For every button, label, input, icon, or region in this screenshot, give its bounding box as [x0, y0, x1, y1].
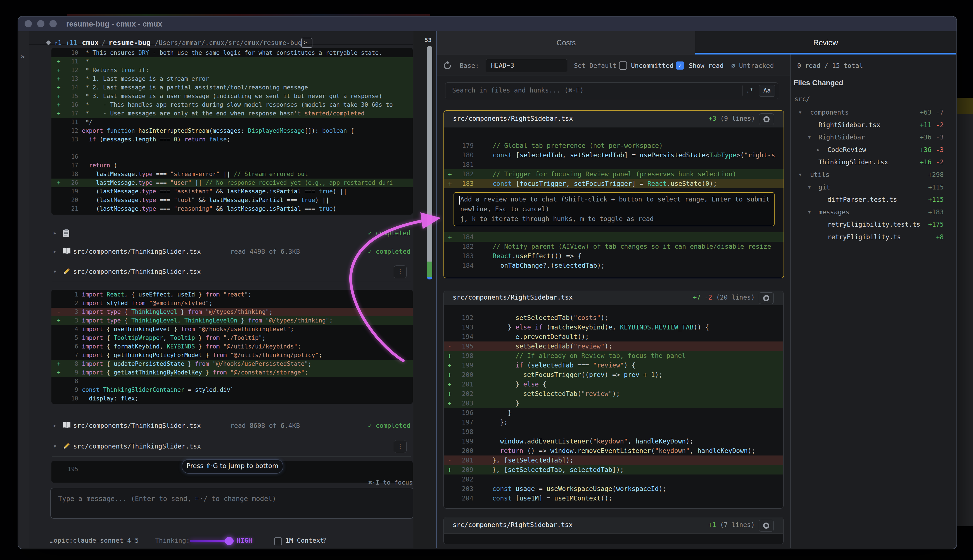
folder-row[interactable]: ▼utils+298	[790, 169, 944, 180]
regex-toggle-button[interactable]: .*	[743, 85, 757, 95]
tool-call-row[interactable]: ▼ src/components/ThinkingSlider.tsx ⋮	[52, 265, 413, 278]
uncommitted-checkbox[interactable]	[619, 62, 627, 70]
diff-line-add[interactable]: +199 if (selectedTab === "review") {	[444, 360, 783, 370]
review-note-input[interactable]: Add a review note to chat (Shift-click +…	[453, 192, 775, 227]
tool-call-row[interactable]: ▶ ✓ completed	[52, 227, 413, 239]
diff-hunk-card-selected: src/components/RightSidebar.tsx +3 (9 li…	[443, 110, 784, 278]
tool-call-row[interactable]: ▼ src/components/ThinkingSlider.tsx ⋮	[52, 440, 413, 452]
file-row[interactable]: RightSidebar.tsx+11-2	[790, 119, 944, 130]
model-selector[interactable]: …opic:claude-sonnet-4-5	[50, 537, 139, 544]
mark-read-button[interactable]	[759, 292, 774, 304]
context-1m-checkbox[interactable]	[274, 537, 282, 545]
diff-line-sel[interactable]: +183 const [focusTrigger, setFocusTrigge…	[444, 179, 783, 188]
change-counts: +16-2	[920, 157, 944, 168]
folder-row[interactable]: ▼components+63-7	[790, 107, 944, 118]
project-name: cmux	[82, 38, 98, 47]
diff-line-add[interactable]: +209 }, [setSelectedTab, selectedTab]);	[444, 465, 783, 475]
mark-read-button[interactable]	[759, 113, 774, 125]
file-row[interactable]: diffParser.test.ts+115	[790, 194, 944, 205]
uncommitted-label[interactable]: Uncommitted	[631, 62, 673, 69]
tab-costs[interactable]: Costs	[437, 31, 695, 55]
diff-line-ctx[interactable]: 179 // Global tab preference (not per-wo…	[444, 141, 783, 150]
case-toggle-button[interactable]: Aa	[759, 85, 775, 97]
diff-line-ctx[interactable]: 202	[444, 475, 783, 484]
files-tree: ▼components+63-7RightSidebar.tsx+11-2▼Ri…	[790, 106, 956, 262]
base-ref-input[interactable]: HEAD~3	[486, 59, 567, 72]
diff-line-ctx[interactable]: 204 const [use1M] = use1MContext();	[444, 493, 783, 503]
added-count: +3	[709, 115, 716, 122]
divider	[791, 105, 956, 105]
sidebar-expand-button[interactable]: »	[20, 52, 25, 61]
file-row[interactable]: ThinkingSlider.tsx+16-2	[790, 157, 944, 168]
diff-line-ctx[interactable]: 196 }	[444, 408, 783, 417]
zoom-button[interactable]	[50, 20, 57, 27]
scrollbar-thumb[interactable]	[427, 46, 432, 262]
tool-call-row[interactable]: ▶ src/components/ThinkingSlider.tsx read…	[52, 245, 413, 258]
tab-review[interactable]: Review	[695, 31, 956, 54]
diff-line-add[interactable]: +184	[444, 232, 783, 242]
kebab-menu-button[interactable]: ⋮	[394, 265, 407, 278]
file-name: RightSidebar	[818, 132, 865, 143]
diff-line-ctx[interactable]: 192 setSelectedTab("costs");	[444, 313, 783, 322]
diff-line-ctx: 1import React, { useEffect, useId } from…	[52, 290, 413, 299]
tool-call-row[interactable]: ▶ src/components/ThinkingSlider.tsx read…	[52, 420, 413, 432]
set-default-button[interactable]: Set Default	[574, 62, 616, 69]
diff-line-ctx[interactable]: 180 const [selectedTab, setSelectedTab] …	[444, 150, 783, 160]
diff-line-add[interactable]: +201 } else {	[444, 380, 783, 389]
tool-file-label: src/components/ThinkingSlider.tsx	[73, 245, 201, 258]
diff-line-ctx: 17 return (	[52, 161, 413, 170]
message-input[interactable]: Type a message... (Enter to send, ⌘·/ to…	[50, 488, 414, 518]
file-row[interactable]: retryEligibility.ts+8	[790, 232, 944, 243]
refresh-icon[interactable]	[443, 61, 452, 70]
folder-row[interactable]: ▼git+115	[790, 182, 944, 193]
diff-line-ctx[interactable]: 198	[444, 427, 783, 437]
hunk-header[interactable]: src/components/RightSidebar.tsx +1 (7 li…	[444, 517, 783, 534]
diff-line-ctx[interactable]: 194 e.preventDefault();	[444, 332, 783, 342]
show-read-label[interactable]: Show read	[689, 62, 724, 69]
diff-line-ctx[interactable]: 203 const usage = useWorkspaceUsage(work…	[444, 484, 783, 493]
diff-line-ctx[interactable]: 183 React.useEffect(() => {	[444, 251, 783, 261]
diff-line-ctx[interactable]: 197 };	[444, 417, 783, 427]
hunk-header[interactable]: src/components/RightSidebar.tsx +7 -2 (2…	[444, 291, 783, 305]
thinking-slider-knob[interactable]	[225, 537, 233, 545]
files-root-path[interactable]: src/	[795, 95, 810, 103]
diff-line-add[interactable]: +198 // If already on Review tab, focus …	[444, 351, 783, 360]
mark-read-button[interactable]	[759, 520, 774, 532]
diff-line-add[interactable]: +200 setFocusTrigger((prev) => prev + 1)…	[444, 370, 783, 380]
diff-line-add[interactable]: +203 }	[444, 398, 783, 408]
diff-line-ctx[interactable]: 181	[444, 160, 783, 169]
hunk-header[interactable]: src/components/RightSidebar.tsx +3 (9 li…	[444, 111, 783, 127]
focus-hint: ⌘·I to focus	[329, 479, 413, 486]
terminal-icon[interactable]: >_	[301, 38, 312, 48]
diff-line-ctx: 7import { getThinkingPolicyForModel } fr…	[52, 351, 413, 360]
pencil-icon	[63, 442, 70, 450]
diff-line-ctx: 6import { formatKeybind, KEYBINDS } from…	[52, 342, 413, 351]
diff-line-del[interactable]: -195 setSelectedTab("review");	[444, 342, 783, 351]
help-icon[interactable]: ?	[323, 537, 327, 544]
diff-line-ctx[interactable]: 200 return () => window.removeEventListe…	[444, 446, 783, 455]
diff-line-add[interactable]: +202 setSelectedTab("review");	[444, 389, 783, 398]
workspace-title[interactable]: cmux/resume-bug	[82, 38, 151, 47]
untracked-label: ∅ Untracked	[731, 62, 774, 69]
close-button[interactable]	[25, 20, 32, 27]
diff-line-ctx[interactable]: 182 // Notify parent (AIView) of tab cha…	[444, 242, 783, 251]
folder-row[interactable]: ▼messages+183	[790, 207, 944, 218]
search-input[interactable]: Search in files and hunks... (⌘·F) .* Aa	[445, 82, 778, 99]
folder-row[interactable]: ▼RightSidebar+36-3	[790, 132, 944, 143]
diff-line-ctx[interactable]: 184 onTabChange?.(selectedTab);	[444, 261, 783, 270]
jump-to-bottom-button[interactable]: Press ⇧·G to jump to bottom	[182, 459, 283, 473]
show-read-checkbox[interactable]: ✓	[676, 62, 684, 70]
scrollbar-thumb-added[interactable]	[427, 262, 432, 277]
diff-line-add[interactable]: +182 // Trigger for focusing Review pane…	[444, 169, 783, 179]
diff-line-add: +14 * 2. Last message is a partial assis…	[52, 83, 413, 92]
diff-line-del[interactable]: -201 }, [setSelectedTab]);	[444, 455, 783, 465]
minimize-button[interactable]	[37, 20, 45, 27]
file-row[interactable]: retryEligibility.test.ts+175	[790, 219, 944, 230]
thinking-label: Thinking:	[155, 537, 190, 544]
hunk-file-path: src/components/RightSidebar.tsx	[453, 521, 573, 528]
diff-line-ctx[interactable]: 199 window.addEventListener("keydown", h…	[444, 437, 783, 446]
kebab-menu-button[interactable]: ⋮	[394, 440, 407, 453]
chat-code-block: 10 * This ensures DRY - both use the sam…	[52, 48, 413, 215]
diff-line-ctx[interactable]: 193 } else if (matchesKeybind(e, KEYBIND…	[444, 322, 783, 332]
folder-row[interactable]: ▶CodeReview+36-3	[790, 144, 944, 155]
